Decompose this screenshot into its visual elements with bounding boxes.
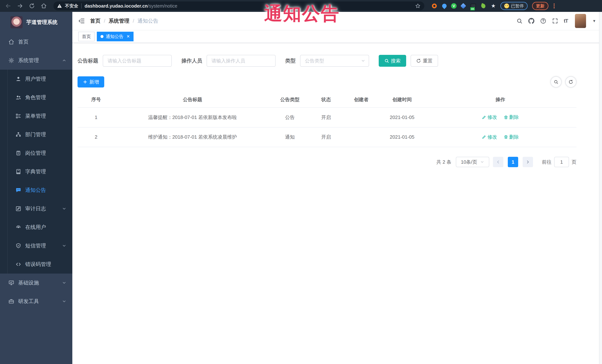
green-leaf-extension-icon[interactable] bbox=[480, 3, 487, 9]
sidebar-item-dev-tools[interactable]: 研发工具 bbox=[0, 292, 72, 311]
forward-icon[interactable] bbox=[15, 1, 25, 11]
cell-title: 维护通知：2018-07-01 若依系统凌晨维护 bbox=[115, 127, 270, 147]
sidebar-item-sms[interactable]: 短信管理 bbox=[0, 237, 72, 255]
breadcrumb-system[interactable]: 系统管理 bbox=[109, 17, 129, 24]
col-no: 序号 bbox=[77, 92, 115, 107]
prev-page-button[interactable] bbox=[493, 157, 503, 167]
orange-ring-extension-icon[interactable] bbox=[431, 3, 438, 9]
edit-link[interactable]: 修改 bbox=[482, 134, 497, 140]
reset-button[interactable]: 重置 bbox=[411, 55, 438, 67]
sidebar-item-system[interactable]: 系统管理 bbox=[0, 51, 72, 70]
address-bar[interactable]: 不安全 dashboard.yudao.iocoder.cn/system/no… bbox=[54, 1, 424, 10]
total-count: 共 2 条 bbox=[436, 159, 452, 165]
annotation-overlay: 通知公告 bbox=[264, 1, 340, 26]
sidebar-item-infrastructure[interactable]: 基础设施 bbox=[0, 274, 72, 292]
url-host: dashboard.yudao.iocoder.cn bbox=[85, 3, 148, 9]
blue-pin-extension-icon[interactable] bbox=[441, 3, 448, 9]
update-button[interactable]: 更新 bbox=[532, 2, 548, 10]
sidebar-item-users[interactable]: 用户管理 bbox=[0, 70, 72, 88]
tab-label: 通知公告 bbox=[106, 33, 124, 40]
chevron-down-icon bbox=[62, 281, 66, 285]
add-button[interactable]: 新增 bbox=[77, 76, 104, 87]
refresh-button[interactable] bbox=[565, 76, 576, 87]
browser-menu-icon[interactable] bbox=[551, 3, 557, 8]
tab-notice[interactable]: 通知公告 ✕ bbox=[97, 32, 134, 41]
sidebar-item-notice[interactable]: 通知公告 bbox=[0, 181, 72, 199]
bookmark-star-icon[interactable] bbox=[415, 3, 421, 9]
reload-icon[interactable] bbox=[27, 1, 37, 11]
type-select-placeholder: 公告类型 bbox=[305, 58, 324, 64]
search-button[interactable]: 搜索 bbox=[379, 55, 406, 67]
sidebar-item-departments[interactable]: 部门管理 bbox=[0, 125, 72, 144]
back-icon[interactable] bbox=[3, 1, 13, 11]
sidebar-item-roles[interactable]: 角色管理 bbox=[0, 88, 72, 107]
sidebar-item-home[interactable]: 首页 bbox=[0, 33, 72, 51]
toggle-search-button[interactable] bbox=[550, 76, 562, 87]
green-v-extension-icon[interactable]: V bbox=[451, 3, 457, 9]
sidebar-item-label: 用户管理 bbox=[25, 75, 46, 83]
chevron-up-icon bbox=[62, 58, 66, 63]
table-tools bbox=[550, 76, 576, 87]
next-page-button[interactable] bbox=[523, 157, 533, 167]
home-nav-icon[interactable] bbox=[39, 1, 49, 11]
table-row: 2 维护通知：2018-07-01 若依系统凌晨维护 通知 开启 2021-01… bbox=[77, 127, 576, 147]
sidebar-item-label: 菜单管理 bbox=[25, 113, 46, 120]
switch-extension-icon[interactable]: on bbox=[470, 3, 477, 9]
page-size-select[interactable]: 10条/页 bbox=[456, 157, 489, 167]
sidebar-item-audit-log[interactable]: 审计日志 bbox=[0, 199, 72, 218]
chevron-down-icon bbox=[62, 207, 66, 211]
sidebar-item-menus[interactable]: 菜单管理 bbox=[0, 107, 72, 125]
dictionary-icon bbox=[15, 168, 22, 175]
sms-shield-icon bbox=[15, 243, 22, 249]
page-scrollbar[interactable] bbox=[599, 12, 602, 364]
caret-down-icon[interactable]: ▼ bbox=[592, 19, 596, 23]
col-creator: 创建者 bbox=[343, 92, 380, 107]
security-warning-icon[interactable] bbox=[57, 3, 62, 8]
security-label[interactable]: 不安全 bbox=[65, 3, 78, 9]
search-icon[interactable] bbox=[516, 18, 523, 24]
sidebar-item-label: 基础设施 bbox=[18, 279, 39, 286]
blue-diamond-extension-icon[interactable] bbox=[460, 3, 467, 9]
current-page-button[interactable]: 1 bbox=[508, 157, 518, 167]
close-icon[interactable]: ✕ bbox=[127, 34, 130, 39]
url-text[interactable]: dashboard.yudao.iocoder.cn/system/notice bbox=[85, 3, 412, 9]
sidebar-item-label: 首页 bbox=[18, 38, 29, 45]
topbar-actions: tT ▼ bbox=[516, 14, 596, 28]
sidebar-item-dictionary[interactable]: 字典管理 bbox=[0, 162, 72, 181]
github-icon[interactable] bbox=[528, 18, 535, 24]
breadcrumb-home[interactable]: 首页 bbox=[90, 17, 100, 24]
active-dot bbox=[100, 35, 104, 38]
cell-type: 公告 bbox=[270, 107, 309, 127]
font-size-icon[interactable]: tT bbox=[564, 18, 568, 24]
sidebar-item-label: 系统管理 bbox=[18, 57, 39, 64]
sidebar-fold-icon[interactable] bbox=[78, 18, 85, 24]
operator-filter-input[interactable] bbox=[207, 55, 276, 67]
white-star-extension-icon[interactable]: ★ bbox=[490, 3, 497, 9]
sidebar-item-online-users[interactable]: 在线用户 bbox=[0, 218, 72, 237]
sidebar: 芋道管理系统 首页 系统管理 用户管理 bbox=[0, 12, 72, 364]
goto-page-input[interactable] bbox=[554, 157, 569, 167]
chevron-down-icon bbox=[62, 299, 66, 304]
sidebar-item-posts[interactable]: 岗位管理 bbox=[0, 144, 72, 162]
avatar[interactable] bbox=[575, 14, 586, 28]
user-icon bbox=[15, 76, 22, 82]
help-icon[interactable] bbox=[540, 18, 546, 24]
system-submenu: 用户管理 角色管理 菜单管理 部门管理 bbox=[0, 70, 72, 274]
message-icon bbox=[15, 187, 22, 193]
sidebar-item-error-codes[interactable]: 错误码管理 bbox=[0, 255, 72, 274]
sidebar-item-label: 研发工具 bbox=[18, 298, 39, 305]
cell-no: 2 bbox=[77, 127, 115, 147]
delete-link[interactable]: 删除 bbox=[504, 114, 519, 120]
delete-link[interactable]: 删除 bbox=[504, 134, 519, 140]
paused-chip[interactable]: 已暂停 bbox=[500, 2, 528, 10]
tab-home[interactable]: 首页 bbox=[78, 32, 95, 41]
title-filter-input[interactable] bbox=[103, 55, 172, 67]
main-area: 首页 / 系统管理 / 通知公告 tT ▼ 首页 bbox=[72, 12, 602, 364]
fullscreen-icon[interactable] bbox=[552, 18, 558, 24]
type-select[interactable]: 公告类型 bbox=[300, 55, 369, 67]
screen: 不安全 dashboard.yudao.iocoder.cn/system/no… bbox=[0, 0, 602, 364]
edit-link[interactable]: 修改 bbox=[482, 114, 497, 120]
sidebar-item-label: 错误码管理 bbox=[25, 261, 51, 268]
operator-filter-label: 操作人员 bbox=[181, 57, 202, 64]
logo-row[interactable]: 芋道管理系统 bbox=[0, 12, 72, 33]
